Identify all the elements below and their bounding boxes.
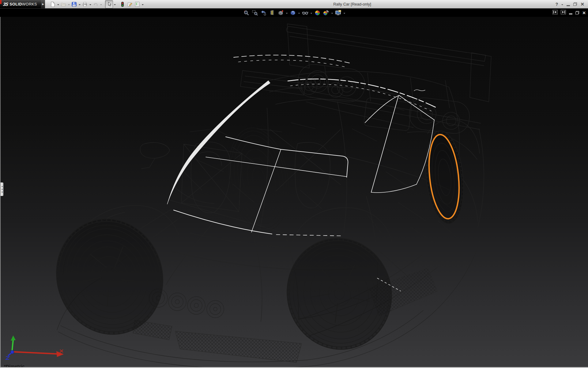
zoom-to-fit-button[interactable] [242, 9, 251, 17]
scene-checkered-sphere-icon [322, 10, 329, 16]
view-orientation-dropdown[interactable] [285, 9, 288, 17]
display-style-dropdown[interactable] [297, 9, 301, 17]
collapse-arrow-icon: ◂ [2, 188, 3, 190]
open-folder-icon [61, 2, 66, 7]
document-title: Rally Car [Read-only] [333, 0, 371, 8]
hide-show-items-dropdown[interactable] [310, 9, 313, 17]
zoom-fit-icon [243, 10, 249, 16]
triad-origin [11, 351, 14, 354]
close-app-icon[interactable]: ✕ [580, 0, 584, 8]
select-button[interactable] [105, 0, 113, 8]
view-settings-dropdown[interactable] [343, 9, 346, 17]
orientation-triad [0, 331, 74, 367]
view-cube-icon [277, 10, 284, 16]
triad-x-label-glyph [60, 350, 63, 352]
feature-panel-collapse-handle[interactable]: ◂ ◂ ◂ [1, 182, 3, 196]
new-button[interactable] [49, 1, 56, 8]
grille-mesh [133, 267, 437, 362]
triad-x-axis [12, 352, 57, 354]
rebuild-button[interactable] [119, 1, 126, 8]
restore-document-icon[interactable] [575, 11, 579, 14]
help-button[interactable]: ? [556, 2, 558, 7]
minimize-app-icon[interactable] [567, 5, 570, 6]
a-pillar-highlight [167, 81, 270, 204]
print-dropdown[interactable] [89, 1, 92, 8]
undo-arrow-icon [93, 2, 98, 7]
display-style-button[interactable] [289, 9, 297, 17]
section-view-button[interactable] [268, 9, 276, 17]
save-floppy-icon [71, 2, 77, 7]
options-button[interactable] [134, 1, 141, 8]
checklist-icon [134, 2, 140, 7]
solidworks-logo: 3S SOLID WORKS [0, 0, 41, 8]
open-button[interactable] [60, 1, 67, 8]
close-document-icon[interactable]: ✕ [582, 10, 586, 15]
rally-car-wireframe-model[interactable] [0, 17, 588, 368]
options-dropdown[interactable] [141, 1, 144, 8]
app-titlebar: 3S SOLID WORKS ▶ [0, 0, 588, 9]
printer-icon [82, 2, 88, 7]
graphics-viewport[interactable]: ◂ ◂ ◂ *Dimetric [0, 17, 588, 368]
hand-note-icon [127, 2, 133, 7]
standard-toolbar [49, 0, 144, 8]
help-dropdown[interactable] [561, 2, 563, 6]
edit-appearance-button[interactable] [313, 9, 322, 17]
traffic-light-icon [120, 2, 125, 7]
document-window-controls: ✕ [552, 9, 586, 17]
select-cursor-icon [107, 2, 112, 7]
solidworks-logo-glyph: 3S [3, 2, 9, 7]
view-settings-button[interactable] [334, 9, 342, 17]
pane-right-button[interactable] [561, 10, 566, 16]
monitor-settings-icon [335, 10, 341, 16]
new-document-icon [50, 2, 55, 7]
brand-works-text: WORKS [22, 2, 37, 6]
pane-collapse-left-icon [552, 10, 558, 14]
zoom-to-area-button[interactable] [251, 9, 259, 17]
rear-left-wheel [275, 227, 403, 360]
undo-dropdown[interactable] [99, 1, 103, 8]
tail-lights [294, 63, 473, 138]
triad-z-glyph [6, 357, 9, 359]
display-style-cube-icon [290, 10, 296, 16]
menu-strip: ✕ [0, 9, 588, 17]
view-orientation-button[interactable] [277, 9, 285, 17]
glasses-icon [302, 10, 308, 16]
save-button[interactable] [70, 1, 78, 8]
headsup-view-toolbar [242, 9, 346, 17]
toolbar-expand-arrow[interactable]: ▶ [41, 0, 45, 8]
select-dropdown[interactable] [113, 1, 116, 8]
brand-red-accent [0, 0, 2, 4]
app-window-controls: ? ✕ [556, 0, 584, 8]
pane-collapse-right-icon [561, 10, 566, 14]
open-dropdown[interactable] [67, 1, 70, 8]
apply-scene-button[interactable] [322, 9, 330, 17]
undo-button[interactable] [92, 1, 99, 8]
zoom-area-icon [252, 10, 258, 16]
front-right-wheel-ghost [221, 123, 296, 236]
pane-left-button[interactable] [552, 10, 558, 16]
collapse-arrow-icon: ◂ [2, 191, 3, 193]
apply-scene-dropdown[interactable] [330, 9, 334, 17]
collapse-arrow-icon: ◂ [2, 185, 3, 188]
hide-show-items-button[interactable] [301, 9, 309, 17]
previous-view-icon [260, 10, 266, 16]
brand-solid-text: SOLID [9, 2, 22, 6]
print-button[interactable] [81, 1, 89, 8]
triad-y-arrowhead [11, 335, 16, 341]
annotate-button[interactable] [126, 1, 134, 8]
appearance-sphere-icon [314, 10, 320, 16]
minimize-document-icon[interactable] [569, 13, 572, 14]
new-dropdown[interactable] [56, 1, 60, 8]
section-view-icon [269, 10, 275, 16]
save-dropdown[interactable] [78, 1, 81, 8]
previous-view-button[interactable] [259, 9, 268, 17]
restore-app-icon[interactable] [573, 2, 577, 6]
